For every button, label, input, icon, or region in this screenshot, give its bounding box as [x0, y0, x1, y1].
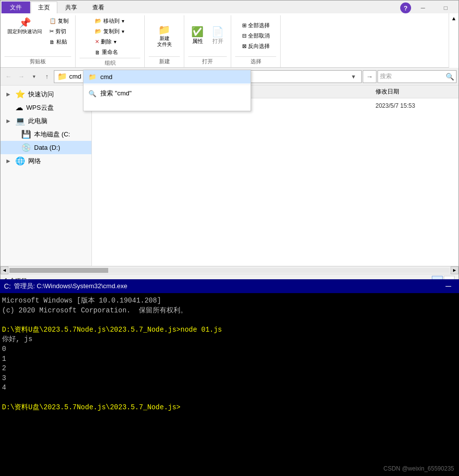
- back-button[interactable]: ←: [2, 71, 14, 83]
- ribbon-tabs: 文件 主页 共享 查看 ? ─ □: [0, 0, 459, 13]
- minimize-button[interactable]: ─: [412, 2, 434, 13]
- dropdown-search-label: 搜索 "cmd": [100, 89, 131, 98]
- help-button[interactable]: ?: [400, 2, 411, 13]
- cmd-line-1: Microsoft Windows [版本 10.0.19041.208]: [2, 296, 457, 306]
- new-folder-icon: 📁: [158, 25, 170, 35]
- dropdown-folder-icon: 📁: [88, 73, 96, 81]
- rename-button[interactable]: 🗎 重命名: [92, 47, 121, 57]
- tab-share[interactable]: 共享: [58, 1, 84, 13]
- col-date-header: 修改日期: [376, 87, 455, 96]
- wps-cloud-icon: ☁: [15, 103, 23, 112]
- this-pc-label: 此电脑: [28, 117, 47, 126]
- open-btn[interactable]: 📄 打开: [209, 25, 227, 46]
- cut-button[interactable]: ✂ 剪切: [47, 27, 71, 36]
- dropdown-search-icon: 🔍: [88, 90, 96, 97]
- copy-to-button[interactable]: 📂 复制到 ▼: [92, 27, 128, 36]
- local-disk-c-label: 本地磁盘 (C:: [34, 130, 70, 139]
- tab-view[interactable]: 查看: [85, 1, 112, 13]
- cmd-title-text: 管理员: C:\Windows\System32\cmd.exe: [14, 282, 127, 291]
- address-folder-icon: 📁: [57, 72, 67, 81]
- select-group-label: 选择: [235, 56, 276, 67]
- rename-icon: 🗎: [95, 49, 100, 55]
- move-to-button[interactable]: 📂 移动到 ▼: [92, 16, 128, 26]
- ribbon-collapse-button[interactable]: ▲: [449, 15, 459, 21]
- organize-group-label: 组织: [80, 58, 140, 69]
- sidebar-expand-thispc: ▶: [6, 118, 12, 124]
- select-all-icon: ⊞: [242, 22, 247, 29]
- sidebar-item-wps-cloud[interactable]: ☁ WPS云盘: [0, 101, 91, 114]
- forward-button[interactable]: →: [15, 71, 27, 83]
- cmd-line-11: [2, 393, 457, 403]
- ribbon-group-open: ✅ 属性 📄 打开 打开: [184, 15, 231, 67]
- delete-dropdown-icon: ▼: [113, 40, 118, 44]
- delete-button[interactable]: ✕ 删除 ▼: [92, 37, 120, 46]
- ribbon-group-clipboard: 📌 固定到快速访问 📋 复制 ✂ 剪切 🗎: [0, 15, 76, 67]
- copy-to-dropdown-icon: ▼: [121, 29, 125, 34]
- cmd-minimize-button[interactable]: ─: [442, 282, 455, 291]
- pin-label: 固定到快速访问: [7, 29, 42, 35]
- cmd-line-6: 0: [2, 345, 457, 354]
- local-disk-c-icon: 💾: [21, 130, 31, 139]
- new-folder-label: 新建文件夹: [157, 36, 172, 47]
- cut-label: 剪切: [55, 28, 66, 35]
- network-label: 网络: [28, 157, 41, 166]
- search-box[interactable]: 搜索 🔍: [377, 70, 457, 83]
- properties-icon: ✅: [191, 27, 204, 37]
- address-dropdown-popup: 📁 cmd 🔍 搜索 "cmd": [83, 70, 251, 111]
- address-dropdown-arrow[interactable]: ▼: [349, 74, 358, 80]
- sidebar-item-this-pc[interactable]: ▶ 💻 此电脑: [0, 114, 91, 128]
- pin-quick-access-button[interactable]: 📌 固定到快速访问: [4, 16, 45, 36]
- paste-button[interactable]: 🗎 粘贴: [47, 37, 71, 46]
- dropdown-item-search[interactable]: 🔍 搜索 "cmd": [83, 86, 250, 101]
- copy-button[interactable]: 📋 复制: [47, 16, 71, 26]
- cmd-content: Microsoft Windows [版本 10.0.19041.208] (c…: [0, 293, 459, 476]
- ribbon-group-select: ⊞ 全部选择 ⊟ 全部取消 ⊠ 反向选择 选择: [231, 15, 281, 67]
- main-pane: 名称 修改日期 📁 2023.5.7_Node.js 2023/5/7 15:5…: [92, 86, 459, 266]
- search-icon[interactable]: 🔍: [446, 73, 454, 81]
- select-all-button[interactable]: ⊞ 全部选择: [240, 21, 272, 30]
- cmd-icon: C:: [4, 282, 11, 290]
- cmd-window: C: 管理员: C:\Windows\System32\cmd.exe ─ Mi…: [0, 279, 459, 476]
- sidebar: ▶ ⭐ 快速访问 ☁ WPS云盘 ▶ 💻 此电脑 💾 本地磁盘 (C:: [0, 86, 92, 266]
- quick-access-label: 快速访问: [28, 90, 54, 99]
- search-placeholder: 搜索: [380, 72, 446, 81]
- sidebar-item-quick-access[interactable]: ▶ ⭐ 快速访问: [0, 87, 91, 101]
- new-folder-button[interactable]: 📁 新建文件夹: [154, 23, 175, 49]
- sidebar-item-local-disk-c[interactable]: 💾 本地磁盘 (C:: [0, 128, 91, 141]
- properties-label: 属性: [192, 38, 203, 45]
- deselect-all-icon: ⊟: [242, 33, 247, 39]
- clipboard-group-label: 剪贴板: [4, 56, 71, 67]
- navigate-button[interactable]: →: [363, 70, 376, 83]
- dropdown-item-cmd[interactable]: 📁 cmd: [83, 70, 250, 84]
- dropdown-separator: [83, 85, 250, 85]
- cmd-line-12: D:\资料U盘\2023.5.7Node.js\2023.5.7_Node.js…: [2, 403, 457, 413]
- tab-file[interactable]: 文件: [1, 1, 30, 13]
- scroll-thumb[interactable]: [9, 268, 108, 273]
- open-icon: 📄: [211, 27, 224, 37]
- up-button[interactable]: ↑: [41, 71, 53, 83]
- sidebar-item-network[interactable]: ▶ 🌐 网络: [0, 154, 91, 168]
- scroll-right-button[interactable]: ►: [451, 266, 459, 274]
- cmd-titlebar: C: 管理员: C:\Windows\System32\cmd.exe ─: [0, 279, 459, 293]
- copy-to-icon: 📂: [95, 28, 102, 35]
- invert-selection-button[interactable]: ⊠ 反向选择: [240, 42, 272, 51]
- dropdown-history-button[interactable]: ▼: [28, 71, 40, 83]
- ribbon: 📌 固定到快速访问 📋 复制 ✂ 剪切 🗎: [0, 13, 459, 68]
- paste-label: 粘贴: [56, 38, 67, 45]
- sidebar-expand-network: ▶: [6, 158, 12, 164]
- move-dropdown-icon: ▼: [121, 19, 125, 24]
- tab-home[interactable]: 主页: [31, 1, 57, 13]
- copy-icon: 📋: [49, 18, 56, 24]
- scroll-left-button[interactable]: ◄: [0, 266, 8, 274]
- horizontal-scrollbar[interactable]: ◄ ►: [0, 266, 459, 274]
- deselect-all-button[interactable]: ⊟ 全部取消: [240, 31, 272, 41]
- scroll-track[interactable]: [9, 268, 450, 273]
- properties-button[interactable]: ✅ 属性: [188, 25, 207, 46]
- sidebar-item-data-d[interactable]: 💿 Data (D:): [0, 141, 91, 154]
- move-icon: 📂: [95, 18, 102, 24]
- cmd-line-5: 你好, js: [2, 335, 457, 345]
- cmd-line-8: 2: [2, 364, 457, 374]
- cmd-line-9: 3: [2, 374, 457, 384]
- maximize-button[interactable]: □: [435, 2, 457, 13]
- cmd-line-10: 4: [2, 383, 457, 393]
